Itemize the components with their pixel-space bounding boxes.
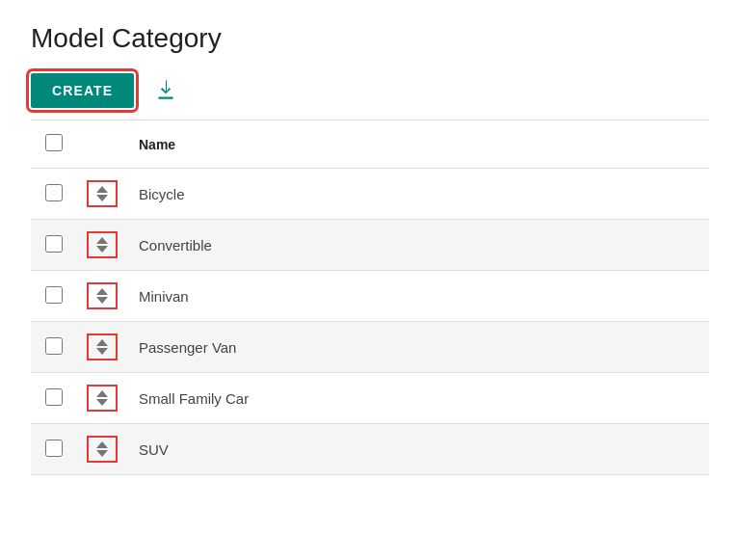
- row-checkbox[interactable]: [45, 337, 63, 355]
- row-sort-cell[interactable]: [77, 220, 127, 271]
- sort-arrow-up: [96, 339, 108, 346]
- sort-arrow-down: [96, 399, 108, 406]
- row-checkbox[interactable]: [45, 440, 63, 457]
- sort-arrow-down: [96, 195, 108, 201]
- sort-arrow-up: [96, 186, 108, 193]
- model-category-table: Name BicycleConvertibleMinivanPassenger …: [31, 120, 709, 475]
- row-sort-cell[interactable]: [77, 424, 127, 475]
- row-name-cell: Bicycle: [127, 169, 709, 220]
- table-body: BicycleConvertibleMinivanPassenger VanSm…: [31, 169, 709, 475]
- sort-arrow-up: [96, 288, 108, 295]
- sort-arrow-up: [96, 390, 108, 397]
- row-checkbox[interactable]: [45, 235, 63, 253]
- row-sort-cell[interactable]: [77, 169, 127, 220]
- row-checkbox[interactable]: [45, 286, 63, 304]
- sort-handle[interactable]: [89, 438, 116, 461]
- sort-arrow-down: [96, 246, 108, 253]
- row-sort-cell[interactable]: [77, 322, 127, 373]
- sort-arrow-down: [96, 450, 108, 457]
- table-row: Convertible: [31, 220, 709, 271]
- sort-handle[interactable]: [89, 284, 116, 307]
- row-name-cell: Minivan: [127, 271, 709, 322]
- row-checkbox-cell: [31, 220, 77, 271]
- page-container: Model Category CREATE Name BicycleConver…: [0, 0, 740, 498]
- row-checkbox-cell: [31, 169, 77, 220]
- table-row: Bicycle: [31, 169, 709, 220]
- row-name-cell: Convertible: [127, 220, 709, 271]
- sort-arrow-up: [96, 237, 108, 244]
- page-title: Model Category: [31, 23, 709, 54]
- row-checkbox-cell: [31, 271, 77, 322]
- sort-arrow-up: [96, 441, 108, 448]
- sort-handle[interactable]: [89, 182, 116, 205]
- download-button[interactable]: [149, 74, 182, 107]
- row-name-cell: Small Family Car: [127, 373, 709, 424]
- toolbar: CREATE: [31, 73, 709, 108]
- create-button[interactable]: CREATE: [31, 73, 134, 108]
- row-checkbox[interactable]: [45, 184, 63, 201]
- sort-arrow-down: [96, 348, 108, 355]
- select-all-checkbox[interactable]: [45, 134, 63, 151]
- table-header-row: Name: [31, 120, 709, 169]
- row-checkbox-cell: [31, 424, 77, 475]
- row-checkbox[interactable]: [45, 388, 63, 406]
- header-checkbox-col: [31, 120, 77, 169]
- row-name-cell: SUV: [127, 424, 709, 475]
- download-icon: [153, 78, 178, 103]
- row-name-cell: Passenger Van: [127, 322, 709, 373]
- row-sort-cell[interactable]: [77, 271, 127, 322]
- row-sort-cell[interactable]: [77, 373, 127, 424]
- header-sort-col: [77, 120, 127, 169]
- table-row: Small Family Car: [31, 373, 709, 424]
- sort-handle[interactable]: [89, 387, 116, 410]
- sort-arrow-down: [96, 297, 108, 304]
- row-checkbox-cell: [31, 373, 77, 424]
- sort-handle[interactable]: [89, 335, 116, 359]
- table-row: Minivan: [31, 271, 709, 322]
- table-row: SUV: [31, 424, 709, 475]
- row-checkbox-cell: [31, 322, 77, 373]
- header-name-col: Name: [127, 120, 709, 169]
- sort-handle[interactable]: [89, 233, 116, 256]
- table-row: Passenger Van: [31, 322, 709, 373]
